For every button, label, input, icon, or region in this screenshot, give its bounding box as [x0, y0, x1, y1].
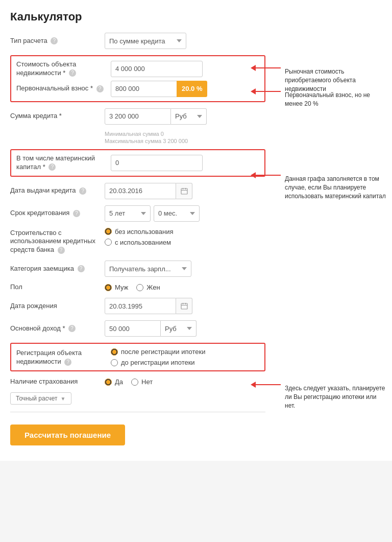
- property-registration-option2-text: до регистрации ипотеки: [121, 359, 195, 366]
- birth-date-label: Дата рождения: [10, 302, 105, 311]
- insurance-yes-radio[interactable]: [105, 379, 112, 386]
- main-income-group: Руб USD EUR: [105, 320, 197, 337]
- property-registration-label: Регистрация объекта недвижимости ?: [16, 348, 111, 366]
- property-registration-option2-label[interactable]: до регистрации ипотеки: [111, 359, 205, 366]
- initial-payment-help-icon[interactable]: ?: [96, 85, 104, 92]
- credit-date-row: Дата выдачи кредита ?: [10, 183, 265, 199]
- gender-male-text: Муж: [115, 284, 128, 291]
- construction-label: Строительство с использованием кредитных…: [10, 228, 105, 255]
- initial-payment-annotation-block: Первоначальный взнос, но не менее 20 %: [255, 91, 387, 108]
- main-income-currency-select[interactable]: Руб USD EUR: [161, 320, 197, 337]
- property-cost-annotation-text: Рыночная стоимость приобретаемого объект…: [285, 67, 387, 93]
- min-sum-hint: Минимальная сумма 0: [105, 131, 265, 137]
- gender-female-text: Жен: [146, 284, 160, 291]
- credit-sum-currency-select[interactable]: Руб USD EUR: [171, 108, 207, 125]
- construction-option2-label[interactable]: с использованием: [105, 239, 173, 246]
- insurance-no-label[interactable]: Нет: [131, 378, 153, 386]
- credit-term-years-select[interactable]: 1 лет 2 лет 3 лет 4 лет 5 лет 10 лет 15 …: [105, 205, 151, 222]
- maternity-capital-help-icon[interactable]: ?: [48, 163, 56, 171]
- exact-calc-row: Точный расчет ▼: [10, 392, 265, 405]
- initial-payment-input[interactable]: [111, 81, 177, 97]
- calc-type-help-icon[interactable]: ?: [51, 37, 58, 44]
- construction-help-icon[interactable]: ?: [58, 247, 65, 254]
- property-registration-annotation-block: Здесь следует указать, планируете ли Вы …: [255, 384, 387, 410]
- credit-term-help-icon[interactable]: ?: [73, 210, 80, 217]
- property-registration-help-icon[interactable]: ?: [64, 359, 71, 366]
- birth-date-calendar-icon[interactable]: [176, 298, 192, 314]
- initial-payment-arrow: [255, 91, 281, 92]
- submit-button[interactable]: Рассчитать погашение: [10, 425, 125, 445]
- maternity-capital-annotation-text: Данная графа заполняется в том случае, е…: [285, 175, 387, 200]
- credit-sum-input[interactable]: [105, 108, 171, 125]
- insurance-label: Наличие страхования: [10, 378, 105, 386]
- gender-female-label[interactable]: Жен: [136, 284, 160, 291]
- property-registration-option1-text: после регистрации ипотеки: [121, 348, 205, 356]
- initial-payment-group: 20.0 %: [111, 81, 207, 97]
- birth-date-group: [105, 298, 192, 314]
- gender-male-radio[interactable]: [105, 284, 112, 291]
- maternity-capital-annotation-block: Данная графа заполняется в том случае, е…: [255, 175, 387, 200]
- construction-option1-label[interactable]: без использования: [105, 228, 173, 235]
- construction-option2-radio[interactable]: [105, 239, 112, 246]
- borrower-category-label: Категория заемщика ?: [10, 265, 105, 273]
- page-title: Калькулятор: [10, 10, 382, 23]
- birth-date-input[interactable]: [105, 298, 176, 314]
- credit-term-group: 1 лет 2 лет 3 лет 4 лет 5 лет 10 лет 15 …: [105, 205, 200, 222]
- gender-row: Пол Муж Жен: [10, 283, 265, 292]
- construction-option1-text: без использования: [115, 228, 173, 235]
- construction-option2-text: с использованием: [115, 239, 171, 246]
- maternity-capital-row: В том числе материнский капитал * ?: [16, 154, 259, 172]
- borrower-category-help-icon[interactable]: ?: [78, 265, 85, 272]
- main-income-input[interactable]: [105, 320, 161, 337]
- svg-rect-0: [181, 188, 187, 194]
- property-cost-help-icon[interactable]: ?: [69, 69, 76, 77]
- maternity-capital-group: В том числе материнский капитал * ?: [10, 149, 265, 177]
- property-registration-option2-radio[interactable]: [111, 359, 118, 366]
- property-cost-row: Стоимость объекта недвижимости * ?: [16, 60, 259, 78]
- maternity-capital-arrow: [255, 175, 281, 176]
- borrower-category-select[interactable]: Получатель зарпл... Иной клиент: [105, 261, 191, 277]
- gender-male-label[interactable]: Муж: [105, 284, 128, 291]
- property-registration-row: Регистрация объекта недвижимости ? после…: [16, 348, 259, 366]
- property-registration-option1-label[interactable]: после регистрации ипотеки: [111, 348, 205, 356]
- initial-payment-row: Первоначальный взнос * ? 20.0 %: [16, 81, 259, 97]
- insurance-yes-text: Да: [115, 378, 123, 386]
- credit-term-label: Срок кредитования ?: [10, 209, 105, 218]
- credit-date-calendar-icon[interactable]: [176, 183, 192, 199]
- credit-term-months-select[interactable]: 0 мес. 1 мес. 2 мес. 3 мес. 6 мес. 9 мес…: [154, 205, 200, 222]
- borrower-category-row: Категория заемщика ? Получатель зарпл...…: [10, 261, 265, 277]
- property-registration-option1-radio[interactable]: [111, 348, 118, 356]
- credit-sum-label: Сумма кредита *: [10, 112, 105, 121]
- construction-radio-group: без использования с использованием: [105, 228, 173, 246]
- property-registration-group: Регистрация объекта недвижимости ? после…: [10, 343, 265, 371]
- calc-type-select[interactable]: По сумме кредита По стоимости объекта: [105, 33, 186, 49]
- main-income-help-icon[interactable]: ?: [68, 325, 76, 332]
- credit-date-label: Дата выдачи кредита ?: [10, 186, 105, 195]
- property-registration-radio-group: после регистрации ипотеки до регистрации…: [111, 348, 205, 366]
- calc-type-label: Тип расчета ?: [10, 37, 105, 45]
- insurance-row: Наличие страхования Да Нет: [10, 378, 265, 386]
- property-payment-group: Стоимость объекта недвижимости * ? Перво…: [10, 55, 265, 102]
- insurance-yes-label[interactable]: Да: [105, 378, 123, 386]
- property-cost-input[interactable]: [111, 61, 203, 77]
- initial-payment-label: Первоначальный взнос * ?: [16, 84, 111, 93]
- maternity-capital-input[interactable]: [111, 155, 203, 171]
- insurance-no-radio[interactable]: [131, 379, 138, 386]
- property-cost-arrow: [255, 67, 281, 68]
- credit-term-row: Срок кредитования ? 1 лет 2 лет 3 лет 4 …: [10, 205, 265, 222]
- initial-payment-annotation-text: Первоначальный взнос, но не менее 20 %: [285, 91, 387, 108]
- birth-date-row: Дата рождения: [10, 298, 265, 314]
- construction-option1-radio[interactable]: [105, 228, 112, 235]
- property-cost-label: Стоимость объекта недвижимости * ?: [16, 60, 111, 78]
- calc-type-row: Тип расчета ? По сумме кредита По стоимо…: [10, 33, 265, 49]
- property-registration-annotation-text: Здесь следует указать, планируете ли Вы …: [285, 384, 387, 410]
- divider: [10, 412, 265, 412]
- credit-date-input[interactable]: [105, 183, 176, 199]
- credit-sum-row: Сумма кредита * Руб USD EUR: [10, 108, 265, 125]
- credit-date-help-icon[interactable]: ?: [79, 187, 86, 195]
- credit-sum-group: Руб USD EUR: [105, 108, 207, 125]
- insurance-group: Да Нет: [105, 378, 153, 386]
- gender-female-radio[interactable]: [136, 284, 143, 291]
- exact-calc-button[interactable]: Точный расчет ▼: [10, 392, 71, 405]
- max-sum-hint: Максимальная сумма 3 200 000: [105, 138, 265, 144]
